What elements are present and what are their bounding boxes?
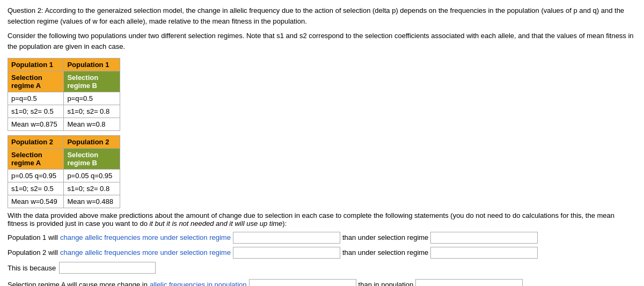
pop2-regime-a-label: Selection regime A (8, 149, 64, 170)
pop2-mean-b: Mean w=0.488 (64, 195, 120, 208)
pop1-s-b: s1=0; s2= 0.8 (64, 105, 120, 118)
pop1-regime-b-label: Selection regime B (64, 71, 120, 92)
pop1-pq-a: p=q=0.5 (8, 92, 64, 105)
pop1-mean-a: Mean w=0.875 (8, 118, 64, 131)
pop1-header-b: Population 1 (64, 58, 120, 71)
population-1-group: Population 1 Population 1 Selection regi… (8, 58, 120, 208)
regime-a-blue: allelic frequencies in population (150, 280, 247, 286)
pop1-header-row: Population 1 Population 1 (8, 58, 120, 71)
pop2-blue: change allelic frequencies more under se… (60, 247, 231, 259)
pop2-s-b: s1=0; s2= 0.8 (64, 182, 120, 195)
pop2-s-a: s1=0; s2= 0.5 (8, 182, 64, 195)
pop1-than: than under selection regime (342, 232, 428, 244)
pop1-blue: change allelic frequencies more under se… (60, 232, 231, 244)
pop2-s-row: s1=0; s2= 0.5 s1=0; s2= 0.8 (8, 182, 120, 195)
pop1-mean-b: Mean w=0.8 (64, 118, 120, 131)
consider-text: Consider the following two populations u… (8, 31, 636, 52)
pop2-regime-row: Selection regime A Selection regime B (8, 149, 120, 170)
pop2-header-b: Population 2 (64, 136, 120, 149)
pop1-pq-b: p=q=0.5 (64, 92, 120, 105)
pop1-header-a: Population 1 (8, 58, 64, 71)
this-is-because-input-1[interactable] (59, 262, 156, 274)
it-text: it but it is not needed and it will use … (149, 219, 282, 228)
this-is-because-1: This is because (8, 262, 636, 274)
pop1-statement-line: Population 1 will change allelic frequen… (8, 232, 636, 244)
statements-section: With the data provided above make predic… (8, 211, 636, 286)
pop1-mean-row: Mean w=0.875 Mean w=0.8 (8, 118, 120, 131)
warning-text: you do not need to do calculations for t… (453, 211, 582, 219)
pop2-mean-a: Mean w=0.549 (8, 195, 64, 208)
pop2-prefix: Population 2 will (8, 247, 58, 259)
pop2-header-row: Population 2 Population 2 (8, 136, 120, 149)
pop2-table: Population 2 Population 2 Selection regi… (8, 135, 120, 208)
pop1-s-a: s1=0; s2= 0.5 (8, 105, 64, 118)
pop1-pq-row: p=q=0.5 p=q=0.5 (8, 92, 120, 105)
pop1-s-row: s1=0; s2= 0.5 s1=0; s2= 0.8 (8, 105, 120, 118)
pop2-than: than under selection regime (342, 247, 428, 259)
pop2-mean-row: Mean w=0.549 Mean w=0.488 (8, 195, 120, 208)
pop2-pq-a: p=0.05 q=0.95 (8, 170, 64, 182)
regime-a-pop-input-b[interactable] (415, 279, 523, 286)
pop2-regime-input-b[interactable] (430, 247, 538, 259)
pop2-regime-input-a[interactable] (233, 247, 340, 259)
regime-a-than: than in population (358, 280, 414, 286)
pop1-table: Population 1 Population 1 Selection regi… (8, 58, 120, 131)
pop1-regime-input-a[interactable] (233, 232, 340, 244)
pop1-prefix: Population 1 will (8, 232, 58, 244)
regime-a-prefix: Selection regime A will cause more chang… (8, 280, 148, 286)
pop2-header-a: Population 2 (8, 136, 64, 149)
pop2-pq-b: p=0.05 q=0.95 (64, 170, 120, 182)
pop2-statement-line: Population 2 will change allelic frequen… (8, 247, 636, 259)
populations-wrapper: Population 1 Population 1 Selection regi… (8, 58, 636, 208)
pop1-regime-a-label: Selection regime A (8, 71, 64, 92)
this-is-because-label-1: This is because (8, 264, 56, 272)
statements-intro: With the data provided above make predic… (8, 211, 636, 228)
pop1-regime-input-b[interactable] (430, 232, 538, 244)
regime-a-statement-line: Selection regime A will cause more chang… (8, 279, 636, 286)
question-text: Question 2: According to the generaized … (8, 5, 636, 26)
pop2-pq-row: p=0.05 q=0.95 p=0.05 q=0.95 (8, 170, 120, 182)
regime-a-pop-input[interactable] (249, 279, 356, 286)
pop1-regime-row: Selection regime A Selection regime B (8, 71, 120, 92)
pop2-regime-b-label: Selection regime B (64, 149, 120, 170)
